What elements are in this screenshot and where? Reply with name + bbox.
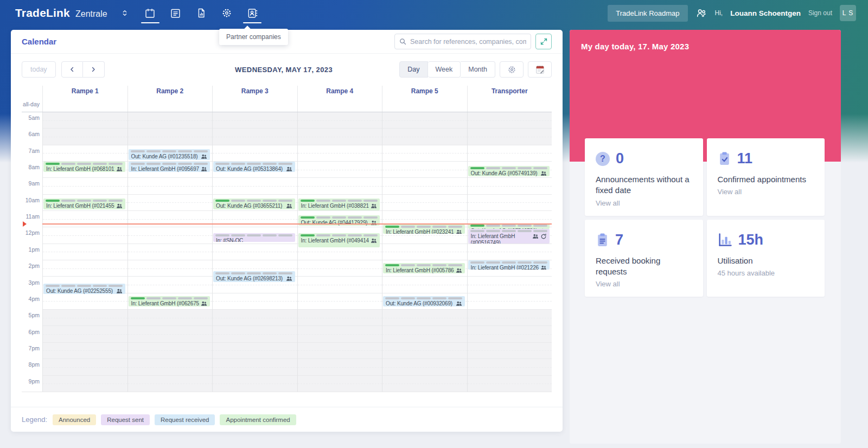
hour-cell[interactable] <box>43 112 127 129</box>
hour-cell[interactable] <box>298 178 382 194</box>
nav-documents-icon[interactable] <box>192 0 210 26</box>
hour-cell[interactable] <box>213 145 297 162</box>
nav-bookings-icon[interactable] <box>167 0 185 26</box>
calendar-event[interactable]: Out: Kunde AG (#02252555) <box>43 284 125 294</box>
hour-cell[interactable] <box>298 326 382 342</box>
calendar-event[interactable]: In: Lieferant GmbH (#02122656) <box>468 260 550 270</box>
hour-cell[interactable] <box>43 227 127 244</box>
hour-cell[interactable] <box>128 244 213 260</box>
hour-cell[interactable] <box>468 293 552 310</box>
hour-cell[interactable] <box>43 211 127 227</box>
view-all-link[interactable]: View all <box>596 280 692 288</box>
view-month-button[interactable]: Month <box>461 61 495 78</box>
hour-cell[interactable] <box>298 310 382 326</box>
hour-cell[interactable] <box>468 359 552 375</box>
hour-cell[interactable] <box>298 260 382 277</box>
hour-cell[interactable] <box>213 112 297 129</box>
day-column-rampe-4[interactable]: In: Lieferant GmbH (#03882145)Out: Kunde… <box>297 112 382 392</box>
expand-calendar-button[interactable] <box>535 34 552 49</box>
all-day-cell[interactable] <box>467 98 552 112</box>
hour-cell[interactable] <box>128 310 213 326</box>
hour-cell[interactable] <box>128 178 213 194</box>
calendar-event[interactable]: Out: Kunde AG (#03655211) <box>213 199 295 209</box>
calendar-event[interactable]: In: Lieferant GmbH (#02324142) <box>383 225 465 234</box>
hour-cell[interactable] <box>43 376 127 392</box>
hour-cell[interactable] <box>213 376 297 392</box>
calendar-event[interactable]: In: Lieferant GmbH (#02145508) <box>43 199 125 209</box>
calendar-event[interactable]: In: Lieferant GmbH (#00516749) <box>468 229 550 244</box>
nav-settings-icon[interactable] <box>218 0 236 26</box>
calendar-event[interactable]: Out: Kunde AG (#05313864) <box>213 162 295 172</box>
calendar-event[interactable]: Out: Kunde AG (#01235518) <box>129 149 210 159</box>
hour-cell[interactable] <box>128 376 213 392</box>
hour-cell[interactable] <box>43 343 127 359</box>
hour-cell[interactable] <box>298 162 382 178</box>
hour-cell[interactable] <box>468 145 552 162</box>
calendar-event[interactable]: Out: Kunde AG (#02698213) <box>213 271 295 281</box>
hour-cell[interactable] <box>382 145 467 162</box>
view-week-button[interactable]: Week <box>428 61 461 78</box>
calendar-event[interactable]: In: Lieferant GmbH (#06267570) <box>129 296 210 306</box>
calendar-event[interactable]: In: Lieferant GmbH (#03882145) <box>298 199 380 210</box>
hour-cell[interactable] <box>128 326 213 342</box>
hour-cell[interactable] <box>298 277 382 293</box>
hour-cell[interactable] <box>382 244 467 260</box>
hour-cell[interactable] <box>382 326 467 342</box>
hour-cell[interactable] <box>298 293 382 310</box>
prev-day-button[interactable] <box>61 61 83 78</box>
avatar[interactable]: L S <box>840 5 856 21</box>
workspace-switcher-icon[interactable] <box>120 9 129 17</box>
hour-cell[interactable] <box>382 376 467 392</box>
hour-cell[interactable] <box>43 244 127 260</box>
hour-cell[interactable] <box>298 343 382 359</box>
hour-cell[interactable] <box>128 112 213 129</box>
hour-cell[interactable] <box>468 310 552 326</box>
view-all-link[interactable]: View all <box>596 199 692 207</box>
hour-cell[interactable] <box>213 310 297 326</box>
view-all-link[interactable]: View all <box>718 188 814 196</box>
hour-cell[interactable] <box>128 277 213 293</box>
hour-cell[interactable] <box>213 359 297 375</box>
calendar-settings-button[interactable] <box>500 61 524 78</box>
hour-cell[interactable] <box>298 145 382 162</box>
hour-cell[interactable] <box>382 359 467 375</box>
search-input[interactable] <box>394 34 531 49</box>
hour-cell[interactable] <box>382 277 467 293</box>
hour-cell[interactable] <box>382 343 467 359</box>
hour-cell[interactable] <box>298 129 382 145</box>
view-day-button[interactable]: Day <box>399 61 427 78</box>
hour-cell[interactable] <box>468 343 552 359</box>
hour-cell[interactable] <box>468 129 552 145</box>
hour-cell[interactable] <box>128 227 213 244</box>
calendar-event[interactable]: Out: Kunde AG (#00932069) <box>383 296 465 306</box>
calendar-event[interactable]: In: Lieferant GmbH (#00578662) <box>383 263 465 273</box>
roadmap-button[interactable]: TradeLink Roadmap <box>608 5 687 22</box>
scheduler-button[interactable] <box>528 61 552 78</box>
hour-cell[interactable] <box>43 310 127 326</box>
all-day-cell[interactable] <box>42 98 127 112</box>
day-column-rampe-3[interactable]: Out: Kunde AG (#05313864)Out: Kunde AG (… <box>212 112 297 392</box>
hour-cell[interactable] <box>468 112 552 129</box>
hour-cell[interactable] <box>382 178 467 194</box>
hour-cell[interactable] <box>128 359 213 375</box>
sign-out-link[interactable]: Sign out <box>808 9 832 17</box>
hour-cell[interactable] <box>382 162 467 178</box>
hour-cell[interactable] <box>128 343 213 359</box>
all-day-cell[interactable] <box>382 98 467 112</box>
hour-cell[interactable] <box>213 211 297 227</box>
hour-cell[interactable] <box>468 326 552 342</box>
day-column-transporter[interactable]: Out: Kunde AG (#05749139)Out: Kunde AG (… <box>467 112 552 392</box>
hour-cell[interactable] <box>213 178 297 194</box>
calendar-event[interactable]: Out: Kunde AG (#05749139) <box>468 166 550 176</box>
calendar-event[interactable]: In: Lieferant GmbH (#09569711) <box>129 162 210 172</box>
hour-cell[interactable] <box>128 211 213 227</box>
hour-cell[interactable] <box>468 277 552 293</box>
calendar-event[interactable]: In: #SN-OC <box>213 233 295 242</box>
day-column-rampe-5[interactable]: In: Lieferant GmbH (#02324142)In: Liefer… <box>382 112 467 392</box>
day-column-rampe-2[interactable]: Out: Kunde AG (#01235518)In: Lieferant G… <box>127 112 213 392</box>
hour-cell[interactable] <box>43 145 127 162</box>
day-column-rampe-1[interactable]: In: Lieferant GmbH (#06810117)In: Liefer… <box>42 112 127 392</box>
hour-cell[interactable] <box>43 359 127 375</box>
hour-cell[interactable] <box>43 293 127 310</box>
hour-cell[interactable] <box>382 112 467 129</box>
